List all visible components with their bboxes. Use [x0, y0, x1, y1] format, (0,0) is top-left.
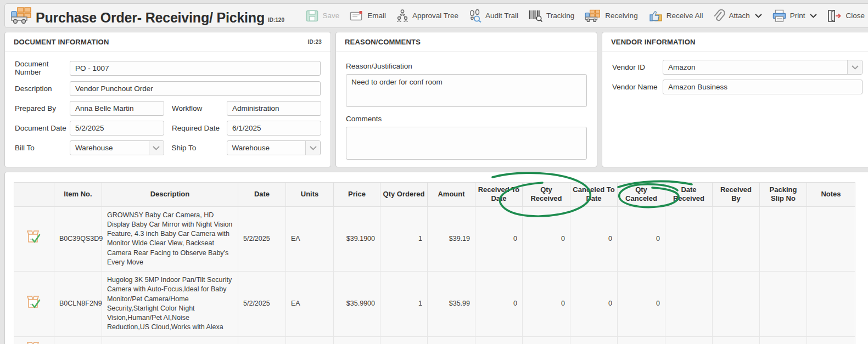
cell-received-by — [713, 206, 760, 272]
comments-field[interactable] — [346, 127, 587, 160]
cell-description: Hugolog 3K 5MP Indoor Pan/Tilt Security … — [102, 272, 238, 337]
page-id-badge: ID:120 — [268, 17, 284, 25]
cell-packing-slip-no — [760, 206, 807, 272]
chevron-down-icon — [810, 14, 817, 18]
workflow-field[interactable] — [227, 101, 321, 116]
package-received-icon — [27, 341, 41, 344]
panel-title: DOCUMENT INFORMATION — [14, 38, 109, 46]
cell-price: $39.1900 — [334, 206, 380, 272]
reason-justification-field[interactable]: Need to order for conf room — [346, 74, 587, 107]
cell-canceled-to-date: 0 — [570, 206, 618, 272]
package-received-icon — [27, 229, 41, 245]
cell-price: $35.9900 — [334, 272, 380, 337]
top-bar: Purchase Order- Receiving/ Picking ID:12… — [4, 3, 868, 28]
description-field[interactable] — [70, 81, 321, 96]
vendor-id-select[interactable]: Amazon — [663, 60, 863, 75]
cell-notes — [807, 336, 855, 344]
cell-description: GROWNSY Baby Car Camera, HD Display Baby… — [102, 206, 238, 272]
column-header-price: Price — [334, 183, 380, 207]
column-header-description: Description — [102, 183, 238, 207]
tracking-button[interactable]: Tracking — [529, 9, 574, 22]
document-number-label: Document Number — [15, 60, 70, 76]
cell-qty-canceled[interactable]: 0 — [618, 272, 665, 337]
reason-justification-label: Reason/Justification — [346, 62, 587, 70]
column-header-date: Date — [238, 183, 286, 207]
chevron-down-icon — [149, 141, 164, 155]
attach-icon — [713, 9, 725, 22]
print-icon — [772, 9, 786, 22]
cell-units: EA — [286, 336, 334, 344]
document-number-field[interactable] — [70, 61, 321, 76]
ship-to-select[interactable]: Warehouse — [227, 140, 321, 155]
chevron-down-icon — [847, 60, 862, 74]
column-header-notes: Notes — [807, 183, 855, 207]
required-date-label: Required Date — [172, 124, 227, 132]
column-header-units: Units — [286, 183, 334, 207]
line-items-table: Item No.DescriptionDateUnitsPriceQty Ord… — [14, 182, 855, 344]
cell-received-to-date: 0 — [475, 272, 523, 337]
approval-tree-button[interactable]: Approval Tree — [396, 9, 458, 22]
receiving-button[interactable]: Receiving — [585, 9, 637, 22]
cell-qty-canceled[interactable]: 0 — [618, 336, 665, 344]
reason-comments-panel: REASON/COMMENTS Reason/Justification Nee… — [335, 32, 597, 167]
column-header-received-by: Received By — [713, 183, 760, 207]
document-date-field[interactable] — [70, 121, 164, 136]
cell-canceled-to-date: 0 — [570, 336, 618, 344]
column-header-qty-canceled: Qty Canceled — [618, 183, 665, 207]
line-items-panel: Item No.DescriptionDateUnitsPriceQty Ord… — [4, 172, 868, 344]
cell-qty-ordered: 1 — [380, 206, 428, 272]
page-title-group: Purchase Order- Receiving/ Picking ID:12… — [10, 7, 284, 25]
chevron-down-icon — [305, 141, 320, 155]
vendor-name-label: Vendor Name — [612, 83, 663, 91]
vendor-name-field[interactable] — [663, 80, 863, 94]
prepared-by-field[interactable] — [70, 101, 164, 116]
cell-qty-received[interactable]: 0 — [523, 336, 570, 344]
receive-all-button[interactable]: Receive All — [648, 9, 703, 22]
save-button[interactable]: Save — [306, 10, 339, 22]
cell-date-received — [665, 272, 713, 337]
row-icon-cell[interactable] — [14, 272, 54, 337]
cell-units: EA — [286, 272, 334, 337]
cell-notes — [807, 206, 855, 272]
vendor-information-panel: VENDOR INFORMATION Vendor ID Amazon Vend… — [602, 32, 868, 167]
cell-date-received — [665, 206, 713, 272]
cell-date-received — [665, 336, 713, 344]
column-header-date-received: Date Received — [665, 183, 713, 207]
required-date-field[interactable] — [227, 121, 321, 136]
receive-all-icon — [648, 9, 663, 22]
print-button[interactable]: Print — [772, 9, 817, 22]
audit-trail-icon — [469, 9, 481, 22]
cell-units: EA — [286, 206, 334, 272]
table-row: N/A-3Shipping Amount5/2/2025EA$6.99001$6… — [14, 336, 855, 344]
package-received-icon — [27, 295, 41, 311]
cell-qty-ordered: 1 — [380, 336, 428, 344]
column-header-packing-slip-no: Packing Slip No — [760, 183, 807, 207]
bill-to-select[interactable]: Warehouse — [70, 140, 164, 155]
cell-qty-received[interactable]: 0 — [523, 272, 570, 337]
cell-packing-slip-no — [760, 336, 807, 344]
table-header-row: Item No.DescriptionDateUnitsPriceQty Ord… — [14, 183, 855, 207]
cell-received-by — [713, 336, 760, 344]
description-label: Description — [15, 84, 70, 93]
cell-date: 5/2/2025 — [238, 272, 286, 337]
column-header-amount: Amount — [428, 183, 475, 207]
cell-qty-canceled[interactable]: 0 — [618, 206, 665, 272]
column-header-qty-ordered: Qty Ordered — [380, 183, 428, 207]
cell-item-no: N/A-3 — [54, 336, 102, 344]
cell-amount: $39.19 — [428, 206, 475, 272]
tracking-icon — [529, 9, 542, 22]
cell-date: 5/2/2025 — [238, 336, 286, 344]
row-icon-cell[interactable] — [14, 206, 54, 272]
vendor-id-label: Vendor ID — [612, 63, 663, 71]
chevron-down-icon — [755, 14, 762, 18]
cell-qty-received[interactable]: 0 — [523, 206, 570, 272]
close-button[interactable]: Close — [827, 9, 865, 22]
panel-id-badge: ID:23 — [308, 39, 322, 45]
attach-button[interactable]: Attach — [713, 9, 761, 22]
cell-description: Shipping Amount — [102, 336, 238, 344]
page-title: Purchase Order- Receiving/ Picking — [36, 11, 265, 25]
audit-trail-button[interactable]: Audit Trail — [469, 9, 518, 22]
row-icon-cell[interactable] — [14, 336, 54, 344]
receiving-truck-icon — [10, 7, 32, 25]
email-button[interactable]: Email — [350, 10, 386, 21]
